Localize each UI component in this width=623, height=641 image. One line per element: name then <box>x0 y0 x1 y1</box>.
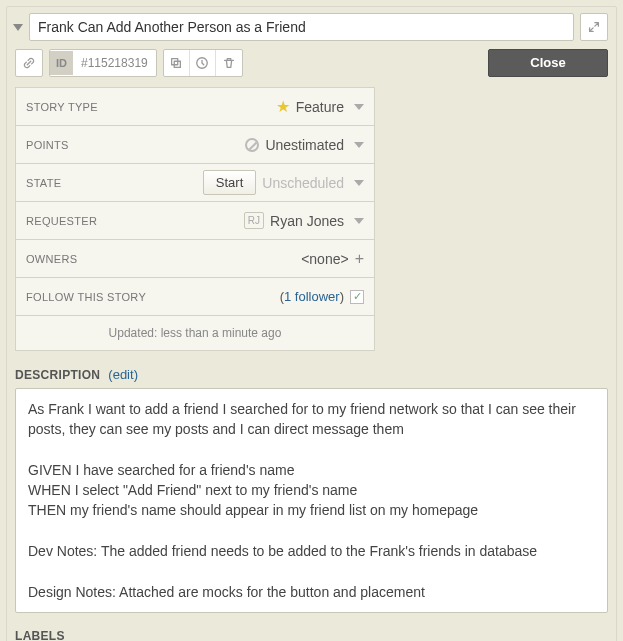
labels-header: LABELS <box>15 629 608 641</box>
owners-label: OWNERS <box>26 253 77 265</box>
link-button[interactable] <box>16 50 42 76</box>
id-label: ID <box>50 51 73 75</box>
requester-value: Ryan Jones <box>270 213 344 229</box>
collapse-icon[interactable] <box>13 24 23 31</box>
story-title-input[interactable] <box>29 13 574 41</box>
chevron-down-icon <box>354 104 364 110</box>
link-icon <box>22 56 36 70</box>
clone-icon <box>169 56 183 70</box>
chevron-down-icon <box>354 142 364 148</box>
follow-label: FOLLOW THIS STORY <box>26 291 146 303</box>
points-value: Unestimated <box>265 137 344 153</box>
points-row[interactable]: POINTS Unestimated <box>16 126 374 164</box>
followers-link[interactable]: (1 follower) <box>280 289 344 304</box>
requester-initials: RJ <box>244 212 264 229</box>
edit-link[interactable]: (edit) <box>108 367 138 382</box>
owners-row[interactable]: OWNERS <none> + <box>16 240 374 278</box>
expand-icon <box>587 20 601 34</box>
history-button[interactable] <box>190 50 216 76</box>
delete-button[interactable] <box>216 50 242 76</box>
title-bar <box>15 7 608 47</box>
follow-checkbox[interactable]: ✓ <box>350 290 364 304</box>
story-id-chip[interactable]: ID #115218319 <box>49 49 157 77</box>
story-type-row[interactable]: STORY TYPE ★ Feature <box>16 88 374 126</box>
id-value: #115218319 <box>73 50 156 76</box>
updated-text: Updated: less than a minute ago <box>16 316 374 351</box>
requester-label: REQUESTER <box>26 215 97 227</box>
labels-header-label: LABELS <box>15 629 65 641</box>
state-row: STATE Start Unscheduled <box>16 164 374 202</box>
story-type-label: STORY TYPE <box>26 101 98 113</box>
toolbar: ID #115218319 Close <box>15 49 608 77</box>
clock-icon <box>195 56 209 70</box>
expand-button[interactable] <box>580 13 608 41</box>
chevron-down-icon <box>354 218 364 224</box>
star-icon: ★ <box>276 97 290 116</box>
close-button[interactable]: Close <box>488 49 608 77</box>
unestimated-icon <box>245 138 259 152</box>
points-label: POINTS <box>26 139 69 151</box>
start-button[interactable]: Start <box>203 170 256 195</box>
owners-value: <none> <box>301 251 349 267</box>
plus-icon[interactable]: + <box>355 250 364 268</box>
meta-table: STORY TYPE ★ Feature POINTS Unestimated … <box>15 87 375 351</box>
chevron-down-icon[interactable] <box>354 180 364 186</box>
trash-icon <box>222 56 236 70</box>
story-panel: ID #115218319 Close STORY TYPE ★ Feature <box>6 6 617 641</box>
state-label: STATE <box>26 177 61 189</box>
story-type-value: Feature <box>296 99 344 115</box>
description-header: DESCRIPTION (edit) <box>15 367 608 382</box>
clone-button[interactable] <box>164 50 190 76</box>
description-body[interactable]: As Frank I want to add a friend I search… <box>15 388 608 613</box>
follow-row: FOLLOW THIS STORY (1 follower) ✓ <box>16 278 374 316</box>
description-header-label: DESCRIPTION <box>15 368 100 382</box>
state-value: Unscheduled <box>262 175 344 191</box>
requester-row[interactable]: REQUESTER RJ Ryan Jones <box>16 202 374 240</box>
